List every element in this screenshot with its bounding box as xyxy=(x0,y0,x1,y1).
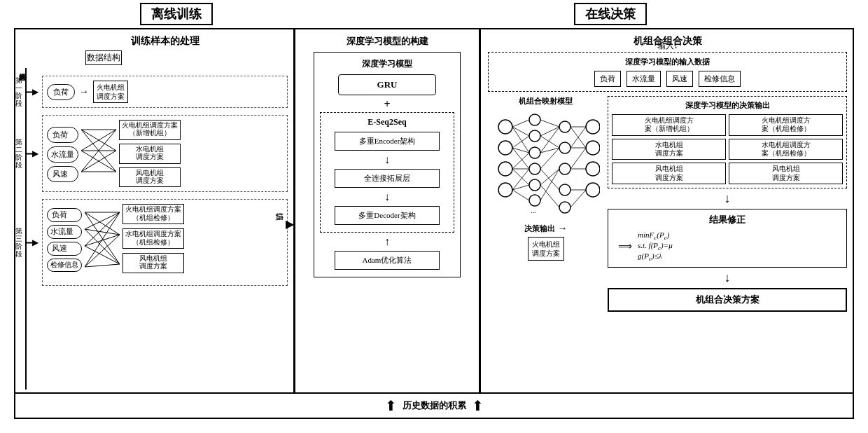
up-arrow: ↑ xyxy=(320,235,454,248)
phase2-section: ▶ 第二阶段 负荷 水流量 风速 xyxy=(42,115,288,192)
result-correction-title: 结果修正 xyxy=(612,214,842,226)
eseq2seq-box: E-Seq2Seq 多重Encoder架构 ↓ 全连接拓展层 ↓ 多重Decod xyxy=(320,112,454,233)
out-wind: 风电机组调度方案 xyxy=(612,163,726,184)
formula-row: ⟹ minFc(Pc) s.t. f(Pc)=μ g(Pc)≤λ xyxy=(612,231,842,263)
main-container: 训练样本的处理 数据结构 电力系统发展 ▶ 第一阶段 负荷 xyxy=(14,28,854,419)
phase3-label: 第三阶段 xyxy=(15,227,22,258)
svg-point-32 xyxy=(559,121,570,132)
input-data-items: 负荷 水流量 风速 检修信息 xyxy=(493,71,842,87)
svg-line-42 xyxy=(512,127,529,136)
svg-point-29 xyxy=(529,179,540,191)
out-hydro: 水电机组调度方案 xyxy=(612,139,726,160)
dl-output-box: 深度学习模型的决策输出 火电机组调度方案（新增机组） 火电机组调度方案（机组检修… xyxy=(608,96,847,188)
p3-maintenance: 检修信息 xyxy=(47,259,82,272)
phase1-output: 火电机组调度方案 xyxy=(93,81,128,103)
history-data-label: 历史数据的积累 xyxy=(402,399,466,412)
eseq2seq-label: E-Seq2Seq xyxy=(325,117,449,128)
phase3-section: ▶ 第三阶段 负荷 水流量 风速 检修信息 xyxy=(42,199,288,286)
out-hydro-maint: 水电机组调度方案（机组检修） xyxy=(729,139,843,160)
mapping-model-section: 机组合映射模型 xyxy=(488,96,603,412)
svg-line-41 xyxy=(512,120,529,127)
decision-outputs-section: 深度学习模型的决策输出 火电机组调度方案（新增机组） 火电机组调度方案（机组检修… xyxy=(608,96,847,412)
svg-point-21 xyxy=(498,120,512,134)
p3-water: 水流量 xyxy=(47,225,82,239)
svg-line-59 xyxy=(540,136,559,148)
formula-line2: s.t. f(Pc)=μ xyxy=(638,241,673,252)
phase1-indicator: ▶ xyxy=(27,87,38,97)
offline-label: 离线训练 xyxy=(140,3,213,25)
phase2-connections xyxy=(81,120,116,183)
formula-block: minFc(Pc) s.t. f(Pc)=μ g(Pc)≤λ xyxy=(638,231,673,263)
svg-point-26 xyxy=(529,130,540,142)
svg-point-23 xyxy=(498,162,512,176)
phase2-inputs: 负荷 水流量 风速 xyxy=(47,120,78,182)
p3-out3: 风电机组调度方案 xyxy=(122,253,184,273)
svg-point-35 xyxy=(559,184,570,195)
dl-model-box: 深度学习模型 GRU + E-Seq2Seq 多重Encoder架构 ↓ xyxy=(314,52,461,277)
left-panel: 训练样本的处理 数据结构 电力系统发展 ▶ 第一阶段 负荷 xyxy=(15,29,295,418)
svg-point-30 xyxy=(529,195,540,206)
right-panel: 机组合组合决策 深度学习模型的输入数据 负荷 水流量 风速 检修信息 输入↓ xyxy=(481,29,853,418)
p2-out1: 火电机组调度方案（新增机组） xyxy=(119,120,181,140)
down-arrow2: ↓ xyxy=(325,191,449,203)
svg-text:...: ... xyxy=(531,207,536,214)
dl-input-data-title: 深度学习模型的输入数据 xyxy=(493,57,842,67)
decision-output-row: 决策输出 → xyxy=(524,223,568,234)
multi-encoder-block: 多重Encoder架构 xyxy=(335,132,440,151)
phase1-inputs: 负荷 xyxy=(47,84,75,100)
phase3-box: 负荷 水流量 风速 检修信息 xyxy=(42,199,288,286)
phase-vertical-line xyxy=(25,68,27,390)
svg-line-16 xyxy=(85,235,120,246)
bottom-bar: ⬆ 历史数据的积累 ⬆ xyxy=(15,392,853,418)
svg-line-20 xyxy=(85,264,120,267)
svg-line-50 xyxy=(512,169,529,190)
svg-line-61 xyxy=(540,169,559,190)
input-maintenance: 检修信息 xyxy=(699,71,741,87)
svg-point-34 xyxy=(559,163,570,174)
down-arrow-final: ↓ xyxy=(608,270,847,285)
phase1-label: 第一阶段 xyxy=(15,76,22,107)
svg-line-47 xyxy=(512,153,529,169)
svg-line-53 xyxy=(540,120,559,127)
p2-load: 负荷 xyxy=(47,127,78,143)
svg-line-58 xyxy=(540,169,559,200)
phase2-label: 第二阶段 xyxy=(15,138,22,169)
phase3-connections xyxy=(85,204,120,281)
formula-line3: g(Pc)≤λ xyxy=(638,252,673,262)
phase2-box: 负荷 水流量 风速 xyxy=(42,115,288,192)
svg-point-22 xyxy=(498,141,512,155)
svg-line-46 xyxy=(512,148,529,169)
p3-wind: 风速 xyxy=(47,242,82,256)
svg-point-39 xyxy=(586,162,600,176)
middle-panel: 深度学习模型的构建 深度学习模型 GRU + E-Seq2Seq 多重Encod… xyxy=(295,29,481,418)
svg-line-70 xyxy=(570,190,586,207)
svg-point-27 xyxy=(529,147,540,158)
p3-out2: 水电机组调度方案（机组检修） xyxy=(122,228,184,249)
svg-line-54 xyxy=(540,127,559,136)
phase1-section: ▶ 第一阶段 负荷 → 火电机组调度方案 xyxy=(42,76,288,108)
dl-output-title: 深度学习模型的决策输出 xyxy=(612,100,843,111)
adam-block: Adam优化算法 xyxy=(335,251,440,270)
mapping-model-title: 机组合映射模型 xyxy=(519,96,573,106)
down-arrow1: ↓ xyxy=(325,153,449,166)
fire-output-box: 火电机组调度方案 xyxy=(528,237,564,261)
p2-water: 水流量 xyxy=(47,146,78,163)
input-arrow-label: 输入↓ xyxy=(657,40,678,52)
p2-out3: 风电机组调度方案 xyxy=(119,167,181,188)
input-load: 负荷 xyxy=(594,71,621,87)
main-wrapper: 离线训练 在线决策 训练样本的处理 数据结构 电力系统发展 ▶ 第一阶段 xyxy=(14,0,854,419)
down-arrow-result: ↓ xyxy=(608,191,847,206)
training-right-arrow: 训练 ▶ xyxy=(284,217,295,231)
out-fire-new: 火电机组调度方案（新增机组） xyxy=(612,114,726,136)
decision-output-label: 决策输出 xyxy=(524,224,555,234)
svg-point-25 xyxy=(529,114,540,125)
p2-out2: 水电机组调度方案 xyxy=(119,144,181,164)
out-wind2: 风电机组调度方案 xyxy=(729,163,843,184)
svg-line-51 xyxy=(512,185,529,190)
svg-point-33 xyxy=(559,142,570,153)
output-grid: 火电机组调度方案（新增机组） 火电机组调度方案（机组检修） 水电机组调度方案 水… xyxy=(612,114,843,184)
formula-line1: minFc(Pc) xyxy=(638,231,673,241)
svg-line-17 xyxy=(85,246,120,264)
multi-decoder-block: 多重Decoder架构 xyxy=(335,206,440,225)
svg-line-57 xyxy=(540,169,559,185)
